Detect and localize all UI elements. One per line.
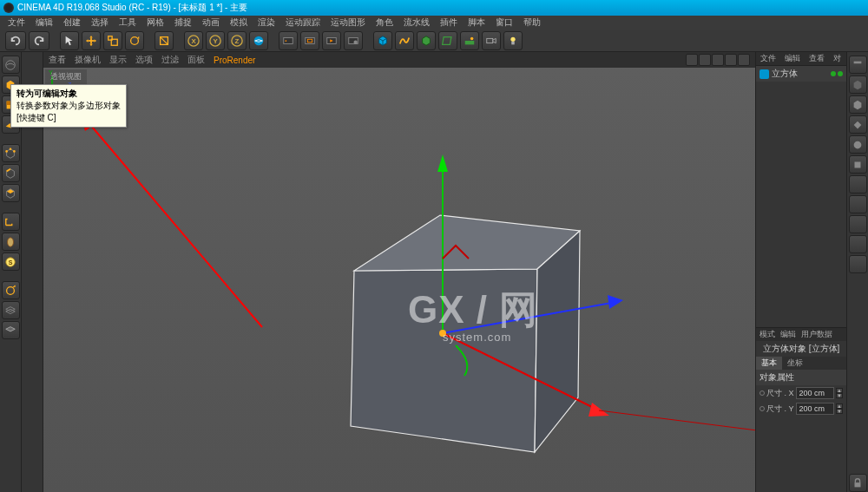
attr-tab-coord[interactable]: 坐标 xyxy=(782,357,808,370)
om-tab-edit[interactable]: 编辑 xyxy=(780,52,805,65)
menu-help[interactable]: 帮助 xyxy=(519,16,545,29)
keyframe-dot-icon[interactable] xyxy=(760,390,765,396)
menu-pipeline[interactable]: 流水线 xyxy=(399,16,434,29)
add-camera[interactable] xyxy=(482,31,501,50)
menu-tools[interactable]: 工具 xyxy=(115,16,141,29)
x-axis-lock[interactable]: X xyxy=(184,31,203,50)
last-tool[interactable] xyxy=(155,31,174,50)
add-deformer[interactable] xyxy=(438,31,457,50)
vp-menu-display[interactable]: 显示 xyxy=(109,54,127,66)
menu-select[interactable]: 选择 xyxy=(87,16,113,29)
rt-btn-7[interactable] xyxy=(849,175,867,194)
redo-button[interactable] xyxy=(29,31,49,50)
size-x-input[interactable] xyxy=(796,387,834,399)
scale-tool[interactable] xyxy=(103,31,122,50)
menu-edit[interactable]: 编辑 xyxy=(31,16,57,29)
size-y-input[interactable] xyxy=(796,403,834,415)
menu-motiontrack[interactable]: 运动跟踪 xyxy=(281,16,325,29)
rt-btn-5[interactable] xyxy=(849,135,867,154)
locked-workplane-button[interactable] xyxy=(2,301,20,319)
tooltip-shortcut: [快捷键 C] xyxy=(16,112,121,124)
svg-line-48 xyxy=(599,410,755,432)
menu-snap[interactable]: 捕捉 xyxy=(170,16,196,29)
object-row-cube[interactable]: 立方体 xyxy=(756,66,846,82)
render-settings[interactable] xyxy=(344,31,363,50)
snap-toggle-button[interactable]: S xyxy=(2,253,20,271)
menu-simulate[interactable]: 模拟 xyxy=(226,16,252,29)
menu-mograph[interactable]: 运动图形 xyxy=(326,16,370,29)
rt-btn-10[interactable] xyxy=(849,235,867,253)
size-y-spinner[interactable]: ▲▼ xyxy=(836,403,843,414)
vp-nav-2-icon[interactable] xyxy=(699,54,711,66)
rt-btn-2[interactable] xyxy=(849,75,867,94)
vp-nav-1-icon[interactable] xyxy=(686,54,698,66)
attr-tab-basic[interactable]: 基本 xyxy=(756,357,782,370)
vp-nav-4-icon[interactable] xyxy=(725,54,737,66)
move-tool[interactable] xyxy=(82,31,101,50)
render-view[interactable] xyxy=(279,31,298,50)
rt-btn-3[interactable] xyxy=(849,95,867,114)
menu-plugins[interactable]: 插件 xyxy=(436,16,462,29)
rt-btn-11[interactable] xyxy=(849,255,867,273)
menu-animate[interactable]: 动画 xyxy=(198,16,224,29)
vp-menu-view[interactable]: 查看 xyxy=(49,54,66,66)
vp-menu-cameras[interactable]: 摄像机 xyxy=(75,54,101,66)
vp-menu-prorender[interactable]: ProRender xyxy=(214,56,255,65)
select-tool[interactable] xyxy=(60,31,79,50)
vp-nav-3-icon[interactable] xyxy=(712,54,724,66)
menu-render[interactable]: 渲染 xyxy=(253,16,279,29)
rt-btn-8[interactable] xyxy=(849,195,867,213)
undo-button[interactable] xyxy=(5,31,26,50)
menu-mesh[interactable]: 网格 xyxy=(142,16,168,29)
visibility-editor-dot[interactable] xyxy=(831,71,836,76)
om-tab-file[interactable]: 文件 xyxy=(756,52,780,65)
vp-menu-panel[interactable]: 面板 xyxy=(187,54,205,66)
rt-lock-icon[interactable] xyxy=(849,474,867,492)
visibility-render-dot[interactable] xyxy=(838,71,843,76)
make-editable-button[interactable] xyxy=(2,56,20,74)
keyframe-dot-icon[interactable] xyxy=(760,406,765,411)
polygons-mode-button[interactable] xyxy=(2,184,20,202)
rt-btn-1[interactable] xyxy=(849,56,867,74)
render-region[interactable] xyxy=(300,31,319,50)
workplane-button[interactable] xyxy=(2,281,20,299)
attr-mode[interactable]: 模式 xyxy=(760,329,775,340)
points-mode-button[interactable] xyxy=(2,144,20,162)
viewport-canvas[interactable]: Y Z GX / 网 system.com xyxy=(43,68,755,492)
menu-window[interactable]: 窗口 xyxy=(491,16,517,29)
attr-edit[interactable]: 编辑 xyxy=(780,329,796,340)
attr-userdata[interactable]: 用户数据 xyxy=(801,329,832,340)
add-generator[interactable] xyxy=(417,31,436,50)
coord-system[interactable] xyxy=(249,31,268,50)
size-x-spinner[interactable]: ▲▼ xyxy=(836,388,843,398)
svg-marker-45 xyxy=(608,295,623,309)
rt-btn-6[interactable] xyxy=(849,155,867,174)
svg-rect-24 xyxy=(487,38,493,43)
z-axis-lock[interactable]: Z xyxy=(227,31,247,50)
add-spline[interactable] xyxy=(395,31,414,50)
vp-nav-5-icon[interactable] xyxy=(738,54,750,66)
menu-character[interactable]: 角色 xyxy=(372,16,398,29)
rt-btn-9[interactable] xyxy=(849,215,867,233)
add-light[interactable] xyxy=(503,31,523,50)
vp-menu-filter[interactable]: 过滤 xyxy=(161,54,179,66)
edges-mode-button[interactable] xyxy=(2,164,20,182)
add-environment[interactable] xyxy=(460,31,479,50)
menu-script[interactable]: 脚本 xyxy=(464,16,490,29)
viewport-name-label: 透视视图 xyxy=(45,69,87,84)
y-axis-lock[interactable]: Y xyxy=(206,31,225,50)
vp-menu-options[interactable]: 选项 xyxy=(135,54,153,66)
add-cube[interactable] xyxy=(373,31,392,50)
render-pv[interactable] xyxy=(322,31,341,50)
rt-btn-4[interactable] xyxy=(849,115,867,134)
viewport-solo-button[interactable] xyxy=(2,233,20,251)
svg-rect-1 xyxy=(89,40,95,42)
om-tab-view[interactable]: 查看 xyxy=(805,52,829,65)
axis-toggle-button[interactable] xyxy=(2,213,20,231)
om-tab-obj[interactable]: 对 xyxy=(829,52,845,65)
scene-3d xyxy=(43,68,755,492)
rotate-tool[interactable] xyxy=(125,31,144,50)
menu-create[interactable]: 创建 xyxy=(59,16,85,29)
planar-workplane-button[interactable] xyxy=(2,321,20,339)
menu-file[interactable]: 文件 xyxy=(3,16,30,29)
